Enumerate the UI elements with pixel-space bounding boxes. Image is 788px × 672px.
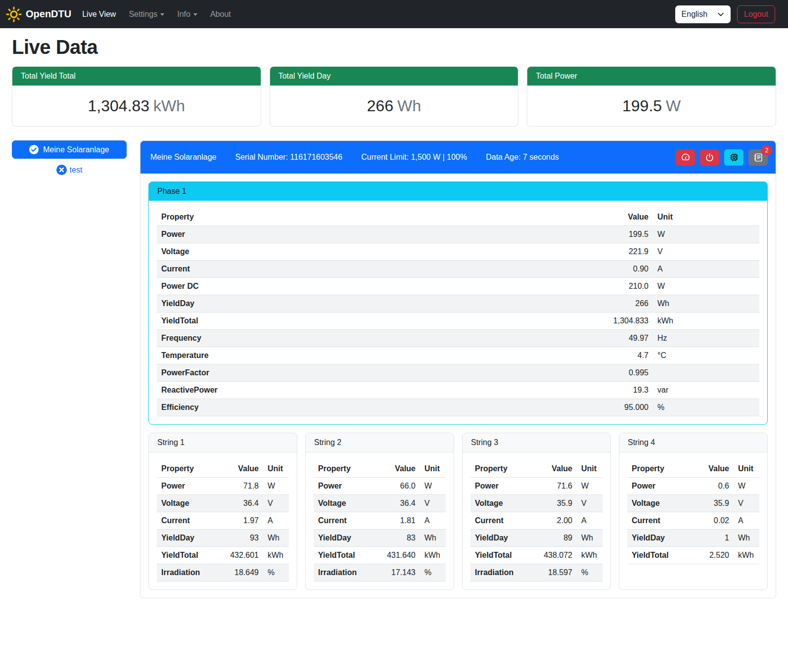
power-button[interactable] [700, 149, 719, 166]
unit-cell: kWh [734, 547, 759, 564]
device-info-button[interactable] [724, 149, 743, 166]
nav-item-info[interactable]: Info [177, 10, 197, 19]
table-row: ReactivePower19.3var [157, 382, 759, 399]
string-table-container: PropertyValueUnitPower0.6WVoltage35.9VCu… [627, 460, 759, 564]
unit-cell: kWh [653, 313, 759, 330]
property-cell: Power [157, 478, 211, 495]
column-header: Property [314, 460, 368, 478]
value-cell: 199.5 [453, 226, 653, 243]
table-row: Efficiency95.000% [157, 399, 759, 416]
unit-cell: A [263, 512, 289, 530]
unit-cell: W [420, 478, 446, 495]
brand[interactable]: OpenDTU [6, 6, 71, 22]
property-cell: Voltage [157, 243, 453, 261]
nav-item-settings[interactable]: Settings [129, 10, 164, 19]
value-cell: 18.649 [211, 564, 263, 582]
table-row: Irradiation18.649% [157, 564, 289, 582]
value-cell: 432.601 [211, 547, 263, 564]
unit-cell: kWh [577, 547, 603, 564]
data-table: PropertyValueUnitPower71.6WVoltage35.9VC… [470, 460, 603, 582]
data-table: PropertyValueUnitPower66.0WVoltage36.4VC… [314, 460, 446, 582]
value-cell: 71.6 [525, 478, 577, 495]
phase-table-container: PropertyValueUnitPower199.5WVoltage221.9… [157, 209, 759, 416]
table-row: YieldDay1Wh [627, 530, 759, 547]
table-row: Voltage35.9V [627, 495, 759, 512]
value-cell: 1 [682, 530, 734, 547]
table-row: Power71.6W [470, 478, 603, 495]
property-cell: YieldTotal [157, 313, 453, 330]
table-row: Voltage36.4V [314, 495, 446, 512]
column-header: Unit [734, 460, 759, 478]
nav-item-about[interactable]: About [210, 10, 231, 19]
phase-card: Phase 1 PropertyValueUnitPower199.5WVolt… [148, 181, 768, 425]
unit-cell: W [653, 226, 759, 243]
property-cell: YieldTotal [470, 547, 525, 564]
value-cell: 66.0 [368, 478, 420, 495]
column-header: Value [453, 209, 653, 226]
table-row: Power199.5W [157, 226, 759, 243]
value-cell: 2.520 [682, 547, 734, 564]
value-cell: 1.81 [368, 512, 420, 530]
x-circle-icon [56, 165, 67, 175]
inverter-data-age: Data Age: 7 seconds [486, 153, 559, 162]
page-title: Live Data [12, 36, 776, 58]
inverter-item-test[interactable]: test [56, 165, 83, 175]
top-navbar: OpenDTU Live View Settings Info About En… [0, 0, 788, 28]
chevron-down-icon [160, 13, 164, 16]
unit-cell: Wh [420, 530, 446, 547]
value-cell: 89 [525, 530, 577, 547]
property-cell: YieldDay [157, 295, 453, 313]
nav-item-live-view[interactable]: Live View [82, 10, 116, 19]
value-cell: 4.7 [453, 347, 653, 364]
property-cell: Power [157, 226, 453, 243]
string-card-1: String 1 PropertyValueUnitPower71.8WVolt… [148, 433, 297, 590]
value-cell: 19.3 [453, 382, 653, 399]
unit-cell: °C [653, 347, 759, 364]
card-unit: Wh [397, 97, 421, 115]
unit-cell: A [734, 512, 759, 530]
unit-cell: W [734, 478, 759, 495]
table-row: YieldTotal2.520kWh [627, 547, 759, 564]
language-select[interactable]: English [675, 5, 731, 23]
inverter-card: Meine Solaranlage Serial Number: 1161716… [140, 140, 776, 598]
unit-cell: A [653, 261, 759, 278]
property-cell: Current [470, 512, 525, 530]
unit-cell: Wh [577, 530, 603, 547]
value-cell: 49.97 [453, 330, 653, 347]
inverter-selected-button[interactable]: Meine Solaranlage [12, 140, 127, 159]
string-table-container: PropertyValueUnitPower66.0WVoltage36.4VC… [314, 460, 446, 582]
data-table: PropertyValueUnitPower199.5WVoltage221.9… [157, 209, 759, 416]
value-cell: 95.000 [453, 399, 653, 416]
value-cell: 221.9 [453, 243, 653, 261]
card-unit: kWh [153, 97, 185, 115]
value-cell: 36.4 [368, 495, 420, 512]
phase-card-title: Phase 1 [149, 182, 767, 201]
table-row: Power DC210.0W [157, 278, 759, 295]
table-row: YieldTotal431.640kWh [314, 547, 446, 564]
total-power-card: Total Power 199.5W [527, 66, 776, 127]
table-row: Current0.90A [157, 261, 759, 278]
unit-cell: W [577, 478, 603, 495]
logout-button[interactable]: Logout [737, 5, 775, 23]
value-cell: 35.9 [525, 495, 577, 512]
unit-cell: V [263, 495, 289, 512]
table-row: Current1.97A [157, 512, 289, 530]
table-row: Voltage36.4V [157, 495, 289, 512]
column-header: Value [525, 460, 577, 478]
table-row: YieldTotal432.601kWh [157, 547, 289, 564]
table-row: YieldDay89Wh [470, 530, 603, 547]
column-header: Property [627, 460, 682, 478]
column-header: Value [211, 460, 263, 478]
value-cell: 83 [368, 530, 420, 547]
property-cell: Current [314, 512, 368, 530]
string-card-title: String 1 [149, 433, 297, 452]
event-log-button[interactable]: 2 [748, 149, 768, 166]
property-cell: YieldDay [314, 530, 368, 547]
limit-settings-button[interactable] [676, 149, 695, 166]
table-row: Power66.0W [314, 478, 446, 495]
property-cell: Irradiation [157, 564, 211, 582]
column-header: Property [157, 209, 453, 226]
column-header: Value [682, 460, 734, 478]
property-cell: Voltage [627, 495, 682, 512]
unit-cell: V [734, 495, 759, 512]
